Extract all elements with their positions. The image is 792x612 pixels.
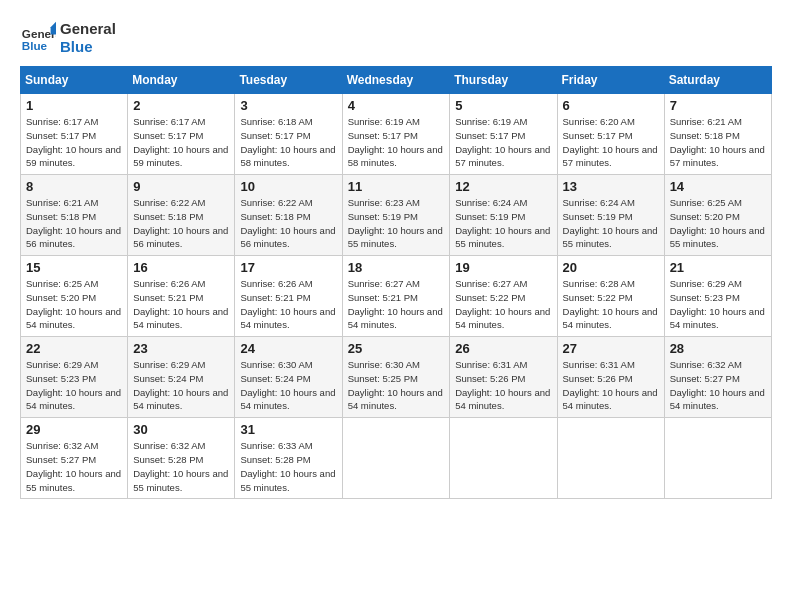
logo-icon: General Blue [20, 20, 56, 56]
day-number: 3 [240, 98, 336, 113]
calendar-cell: 21 Sunrise: 6:29 AM Sunset: 5:23 PM Dayl… [664, 256, 771, 337]
day-number: 22 [26, 341, 122, 356]
day-number: 29 [26, 422, 122, 437]
day-number: 28 [670, 341, 766, 356]
calendar-cell: 11 Sunrise: 6:23 AM Sunset: 5:19 PM Dayl… [342, 175, 450, 256]
calendar-cell: 7 Sunrise: 6:21 AM Sunset: 5:18 PM Dayli… [664, 94, 771, 175]
day-number: 14 [670, 179, 766, 194]
calendar-week-5: 29 Sunrise: 6:32 AM Sunset: 5:27 PM Dayl… [21, 418, 772, 499]
calendar-cell: 23 Sunrise: 6:29 AM Sunset: 5:24 PM Dayl… [128, 337, 235, 418]
day-info: Sunrise: 6:22 AM Sunset: 5:18 PM Dayligh… [240, 196, 336, 251]
calendar-cell: 13 Sunrise: 6:24 AM Sunset: 5:19 PM Dayl… [557, 175, 664, 256]
calendar-cell: 12 Sunrise: 6:24 AM Sunset: 5:19 PM Dayl… [450, 175, 557, 256]
calendar-week-1: 1 Sunrise: 6:17 AM Sunset: 5:17 PM Dayli… [21, 94, 772, 175]
weekday-header-thursday: Thursday [450, 67, 557, 94]
day-number: 7 [670, 98, 766, 113]
day-number: 2 [133, 98, 229, 113]
svg-marker-2 [51, 22, 56, 35]
calendar-cell: 16 Sunrise: 6:26 AM Sunset: 5:21 PM Dayl… [128, 256, 235, 337]
day-number: 6 [563, 98, 659, 113]
day-info: Sunrise: 6:27 AM Sunset: 5:21 PM Dayligh… [348, 277, 445, 332]
calendar-cell [450, 418, 557, 499]
calendar-cell: 31 Sunrise: 6:33 AM Sunset: 5:28 PM Dayl… [235, 418, 342, 499]
day-info: Sunrise: 6:32 AM Sunset: 5:27 PM Dayligh… [670, 358, 766, 413]
day-info: Sunrise: 6:23 AM Sunset: 5:19 PM Dayligh… [348, 196, 445, 251]
day-info: Sunrise: 6:29 AM Sunset: 5:24 PM Dayligh… [133, 358, 229, 413]
day-info: Sunrise: 6:28 AM Sunset: 5:22 PM Dayligh… [563, 277, 659, 332]
day-info: Sunrise: 6:32 AM Sunset: 5:28 PM Dayligh… [133, 439, 229, 494]
calendar-cell: 2 Sunrise: 6:17 AM Sunset: 5:17 PM Dayli… [128, 94, 235, 175]
logo: General Blue General Blue [20, 20, 116, 56]
day-info: Sunrise: 6:30 AM Sunset: 5:25 PM Dayligh… [348, 358, 445, 413]
day-info: Sunrise: 6:30 AM Sunset: 5:24 PM Dayligh… [240, 358, 336, 413]
calendar-cell: 4 Sunrise: 6:19 AM Sunset: 5:17 PM Dayli… [342, 94, 450, 175]
calendar-cell: 29 Sunrise: 6:32 AM Sunset: 5:27 PM Dayl… [21, 418, 128, 499]
calendar-cell: 22 Sunrise: 6:29 AM Sunset: 5:23 PM Dayl… [21, 337, 128, 418]
day-info: Sunrise: 6:24 AM Sunset: 5:19 PM Dayligh… [455, 196, 551, 251]
day-number: 18 [348, 260, 445, 275]
day-number: 26 [455, 341, 551, 356]
day-info: Sunrise: 6:26 AM Sunset: 5:21 PM Dayligh… [133, 277, 229, 332]
calendar-cell: 19 Sunrise: 6:27 AM Sunset: 5:22 PM Dayl… [450, 256, 557, 337]
day-info: Sunrise: 6:25 AM Sunset: 5:20 PM Dayligh… [670, 196, 766, 251]
calendar-cell: 3 Sunrise: 6:18 AM Sunset: 5:17 PM Dayli… [235, 94, 342, 175]
calendar-cell: 6 Sunrise: 6:20 AM Sunset: 5:17 PM Dayli… [557, 94, 664, 175]
calendar-cell: 25 Sunrise: 6:30 AM Sunset: 5:25 PM Dayl… [342, 337, 450, 418]
day-number: 4 [348, 98, 445, 113]
day-info: Sunrise: 6:29 AM Sunset: 5:23 PM Dayligh… [26, 358, 122, 413]
weekday-header-saturday: Saturday [664, 67, 771, 94]
weekday-header-wednesday: Wednesday [342, 67, 450, 94]
day-info: Sunrise: 6:26 AM Sunset: 5:21 PM Dayligh… [240, 277, 336, 332]
day-info: Sunrise: 6:29 AM Sunset: 5:23 PM Dayligh… [670, 277, 766, 332]
calendar-cell [342, 418, 450, 499]
calendar-week-4: 22 Sunrise: 6:29 AM Sunset: 5:23 PM Dayl… [21, 337, 772, 418]
calendar-cell: 20 Sunrise: 6:28 AM Sunset: 5:22 PM Dayl… [557, 256, 664, 337]
calendar-cell [664, 418, 771, 499]
day-info: Sunrise: 6:21 AM Sunset: 5:18 PM Dayligh… [26, 196, 122, 251]
day-number: 13 [563, 179, 659, 194]
day-number: 23 [133, 341, 229, 356]
day-number: 9 [133, 179, 229, 194]
day-info: Sunrise: 6:31 AM Sunset: 5:26 PM Dayligh… [563, 358, 659, 413]
day-number: 5 [455, 98, 551, 113]
day-number: 30 [133, 422, 229, 437]
day-info: Sunrise: 6:31 AM Sunset: 5:26 PM Dayligh… [455, 358, 551, 413]
day-info: Sunrise: 6:22 AM Sunset: 5:18 PM Dayligh… [133, 196, 229, 251]
day-number: 1 [26, 98, 122, 113]
calendar-cell: 14 Sunrise: 6:25 AM Sunset: 5:20 PM Dayl… [664, 175, 771, 256]
weekday-header-sunday: Sunday [21, 67, 128, 94]
page-header: General Blue General Blue [20, 20, 772, 56]
day-info: Sunrise: 6:20 AM Sunset: 5:17 PM Dayligh… [563, 115, 659, 170]
weekday-header-row: SundayMondayTuesdayWednesdayThursdayFrid… [21, 67, 772, 94]
day-info: Sunrise: 6:21 AM Sunset: 5:18 PM Dayligh… [670, 115, 766, 170]
day-number: 10 [240, 179, 336, 194]
day-info: Sunrise: 6:19 AM Sunset: 5:17 PM Dayligh… [455, 115, 551, 170]
day-info: Sunrise: 6:27 AM Sunset: 5:22 PM Dayligh… [455, 277, 551, 332]
day-number: 8 [26, 179, 122, 194]
weekday-header-monday: Monday [128, 67, 235, 94]
calendar-cell [557, 418, 664, 499]
calendar-cell: 17 Sunrise: 6:26 AM Sunset: 5:21 PM Dayl… [235, 256, 342, 337]
day-info: Sunrise: 6:17 AM Sunset: 5:17 PM Dayligh… [133, 115, 229, 170]
day-number: 21 [670, 260, 766, 275]
calendar-cell: 15 Sunrise: 6:25 AM Sunset: 5:20 PM Dayl… [21, 256, 128, 337]
calendar-week-3: 15 Sunrise: 6:25 AM Sunset: 5:20 PM Dayl… [21, 256, 772, 337]
day-info: Sunrise: 6:32 AM Sunset: 5:27 PM Dayligh… [26, 439, 122, 494]
calendar-cell: 10 Sunrise: 6:22 AM Sunset: 5:18 PM Dayl… [235, 175, 342, 256]
calendar-cell: 18 Sunrise: 6:27 AM Sunset: 5:21 PM Dayl… [342, 256, 450, 337]
calendar-cell: 5 Sunrise: 6:19 AM Sunset: 5:17 PM Dayli… [450, 94, 557, 175]
calendar-cell: 28 Sunrise: 6:32 AM Sunset: 5:27 PM Dayl… [664, 337, 771, 418]
day-number: 27 [563, 341, 659, 356]
day-number: 20 [563, 260, 659, 275]
day-number: 16 [133, 260, 229, 275]
calendar-cell: 27 Sunrise: 6:31 AM Sunset: 5:26 PM Dayl… [557, 337, 664, 418]
day-number: 25 [348, 341, 445, 356]
calendar-cell: 9 Sunrise: 6:22 AM Sunset: 5:18 PM Dayli… [128, 175, 235, 256]
calendar-table: SundayMondayTuesdayWednesdayThursdayFrid… [20, 66, 772, 499]
calendar-cell: 8 Sunrise: 6:21 AM Sunset: 5:18 PM Dayli… [21, 175, 128, 256]
weekday-header-friday: Friday [557, 67, 664, 94]
svg-text:Blue: Blue [22, 39, 48, 52]
calendar-week-2: 8 Sunrise: 6:21 AM Sunset: 5:18 PM Dayli… [21, 175, 772, 256]
calendar-cell: 1 Sunrise: 6:17 AM Sunset: 5:17 PM Dayli… [21, 94, 128, 175]
day-info: Sunrise: 6:25 AM Sunset: 5:20 PM Dayligh… [26, 277, 122, 332]
